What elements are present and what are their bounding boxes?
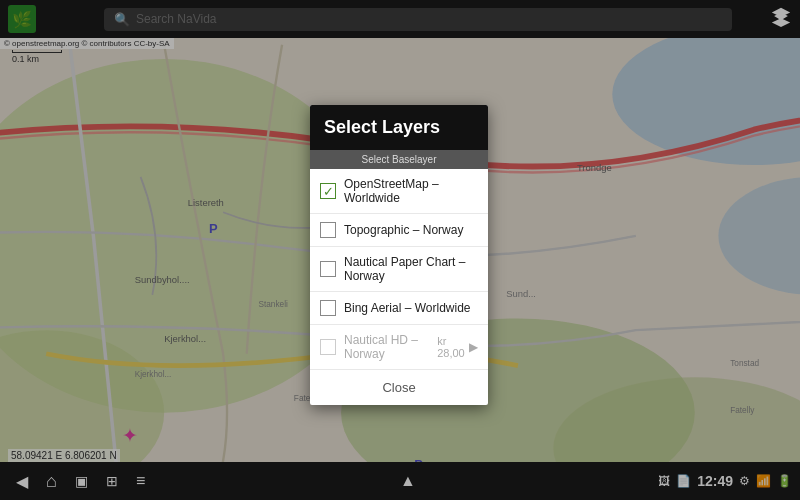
- check-icon: ✓: [323, 185, 334, 198]
- price-arrow-icon: ▶: [469, 340, 478, 354]
- layer-nautical-hd-label: Nautical HD – Norway: [344, 333, 437, 361]
- select-layers-dialog: Select Layers Select Baselayer ✓ OpenStr…: [310, 105, 488, 405]
- close-button[interactable]: Close: [310, 370, 488, 405]
- layer-osm-checkbox[interactable]: ✓: [320, 183, 336, 199]
- layer-price: kr 28,00 ▶: [437, 335, 478, 359]
- baselayer-header: Select Baselayer: [310, 150, 488, 169]
- layer-topo[interactable]: Topographic – Norway: [310, 214, 488, 247]
- layer-nautical-hd[interactable]: Nautical HD – Norway kr 28,00 ▶: [310, 325, 488, 370]
- layer-nautical-label: Nautical Paper Chart – Norway: [344, 255, 478, 283]
- layer-osm[interactable]: ✓ OpenStreetMap – Worldwide: [310, 169, 488, 214]
- layer-osm-label: OpenStreetMap – Worldwide: [344, 177, 478, 205]
- layer-bing-label: Bing Aerial – Worldwide: [344, 301, 471, 315]
- layer-nautical-hd-checkbox: [320, 339, 336, 355]
- layer-nautical[interactable]: Nautical Paper Chart – Norway: [310, 247, 488, 292]
- dialog-title: Select Layers: [310, 105, 488, 150]
- layer-topo-label: Topographic – Norway: [344, 223, 463, 237]
- price-label: kr 28,00: [437, 335, 466, 359]
- layer-bing-checkbox[interactable]: [320, 300, 336, 316]
- layer-topo-checkbox[interactable]: [320, 222, 336, 238]
- layer-nautical-checkbox[interactable]: [320, 261, 336, 277]
- layer-bing[interactable]: Bing Aerial – Worldwide: [310, 292, 488, 325]
